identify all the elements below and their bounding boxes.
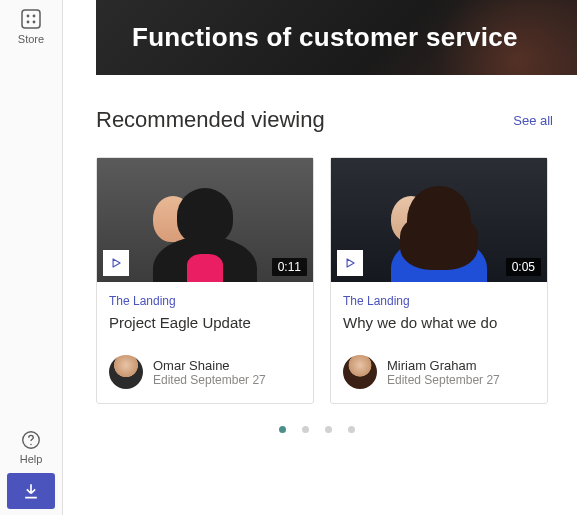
site-link[interactable]: The Landing [343,294,535,308]
duration-badge: 0:05 [506,258,541,276]
download-button[interactable] [7,473,55,509]
pagination-dots [96,426,577,433]
video-card[interactable]: 0:05 The Landing Why we do what we do Mi… [330,157,548,404]
svg-point-1 [27,15,30,18]
help-label: Help [20,453,43,465]
store-icon [19,7,43,31]
svg-point-4 [33,21,36,24]
video-title: Why we do what we do [343,314,535,331]
page-dot[interactable] [279,426,286,433]
author-name: Miriam Graham [387,358,500,373]
play-button[interactable] [337,250,363,276]
svg-rect-0 [22,10,40,28]
play-button[interactable] [103,250,129,276]
main-content: Functions of customer service Recommende… [63,0,577,515]
duration-badge: 0:11 [272,258,307,276]
avatar [109,355,143,389]
hero-title: Functions of customer service [132,22,518,53]
download-icon [21,481,41,501]
svg-point-6 [30,444,31,445]
video-thumbnail: 0:05 [331,158,547,282]
store-nav-item[interactable]: Store [15,4,47,48]
see-all-link[interactable]: See all [513,113,553,128]
page-dot[interactable] [302,426,309,433]
page-dot[interactable] [325,426,332,433]
play-icon [109,256,123,270]
left-rail: Store Help [0,0,63,515]
store-label: Store [18,33,44,45]
help-nav-item[interactable]: Help [16,425,47,469]
help-icon [20,429,42,451]
author-name: Omar Shaine [153,358,266,373]
video-title: Project Eagle Update [109,314,301,331]
video-card[interactable]: 0:11 The Landing Project Eagle Update Om… [96,157,314,404]
hero-banner[interactable]: Functions of customer service [96,0,577,75]
card-list: 0:11 The Landing Project Eagle Update Om… [96,157,577,404]
svg-point-3 [27,21,30,24]
svg-point-2 [33,15,36,18]
section-title: Recommended viewing [96,107,325,133]
edited-date: Edited September 27 [387,373,500,387]
edited-date: Edited September 27 [153,373,266,387]
page-dot[interactable] [348,426,355,433]
site-link[interactable]: The Landing [109,294,301,308]
video-thumbnail: 0:11 [97,158,313,282]
avatar [343,355,377,389]
play-icon [343,256,357,270]
